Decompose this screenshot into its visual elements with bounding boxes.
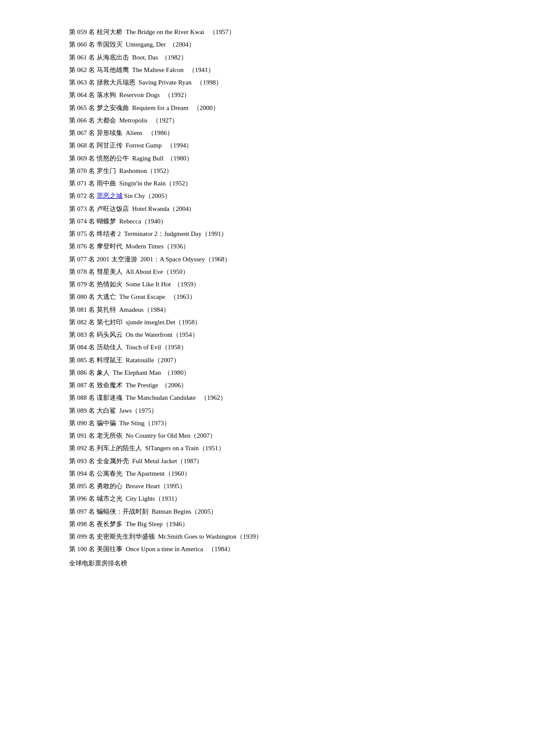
list-item: 第 093 名 全金属外壳 Full Metal Jacket（1987） (69, 455, 466, 467)
footer-text: 全球电影票房排名榜 (69, 559, 466, 568)
list-item: 第 067 名 异形续集 Aliens （1986） (69, 127, 466, 139)
list-item: 第 091 名 老无所依 No Country for Old Men（2007… (69, 430, 466, 442)
list-item: 第 083 名 码头风云 On the Waterfront（1954） (69, 329, 466, 341)
list-item: 第 065 名 梦之安魂曲 Requiem for a Dream （2000） (69, 102, 466, 114)
list-item: 第 062 名 马耳他雄鹰 The Maltese Falcon （1941） (69, 64, 466, 76)
list-item: 第 075 名 终结者 2 Terminator 2：Judgment Day（… (69, 228, 466, 240)
list-item: 第 097 名 蝙蝠侠：开战时刻 Batman Begins（2005） (69, 505, 466, 518)
list-item: 第 095 名 勇敢的心 Breave Heart（1995） (69, 480, 466, 492)
list-item: 第 090 名 骗中骗 The Sting（1973） (69, 417, 466, 430)
list-item: 第 071 名 雨中曲 Singin'in the Rain（1952） (69, 177, 466, 190)
list-item: 第 081 名 莫扎特 Amadeus（1984） (69, 304, 466, 316)
list-item: 第 096 名 城市之光 City Lights（1931） (69, 492, 466, 505)
list-item: 第 072 名 罪恶之城 Sin Chy（2005） (69, 190, 466, 202)
list-item: 第 078 名 彗星美人 All About Eve（1950） (69, 266, 466, 278)
list-item: 第 088 名 谍影迷魂 The Manchudan Candidate （19… (69, 392, 466, 404)
list-item: 第 100 名 美国往事 Once Upon a time in America… (69, 543, 466, 555)
list-item: 第 073 名 卢旺达饭店 Hotel Rwanda（2004） (69, 203, 466, 215)
movie-list: 第 059 名 桂河大桥 The Bridge on the River Kwa… (69, 26, 466, 556)
list-item: 第 064 名 落水狗 Reservoir Dogs （1992） (69, 89, 466, 101)
list-item: 第 099 名 史密斯先生到华盛顿 Mr.Smith Goes to Washi… (69, 530, 466, 543)
list-item: 第 060 名 帝国毁灭 Untergang, Der （2004） (69, 38, 466, 51)
list-item: 第 077 名 2001 太空漫游 2001：A Space Odyssey（1… (69, 253, 466, 266)
list-item: 第 059 名 桂河大桥 The Bridge on the River Kwa… (69, 26, 466, 38)
list-item: 第 089 名 大白鲨 Jaws（1975） (69, 405, 466, 417)
list-item: 第 076 名 摩登时代 Modern Times（1936） (69, 240, 466, 253)
list-item: 第 092 名 列车上的陌生人 SlTangers on a Train（195… (69, 442, 466, 455)
list-item: 第 066 名 大都会 Metropolis （1927） (69, 114, 466, 127)
list-item: 第 074 名 蝴蝶梦 Rebecca（1940） (69, 215, 466, 228)
list-item: 第 098 名 夜长梦多 The Big Sleep（1946） (69, 518, 466, 530)
movie-link[interactable]: 罪恶之城 (97, 192, 123, 199)
list-item: 第 061 名 从海底出击 Boot, Das （1982） (69, 51, 466, 64)
list-item: 第 094 名 公寓春光 The Apartment（1960） (69, 467, 466, 480)
list-item: 第 079 名 热情如火 Some Like It Hot （1959） (69, 278, 466, 291)
list-item: 第 085 名 料理鼠王 Ratatouille（2007） (69, 354, 466, 367)
list-item: 第 087 名 致命魔术 The Prestige （2006） (69, 379, 466, 392)
list-item: 第 082 名 第七封印 sjunde inseglet.Det（1958） (69, 316, 466, 329)
list-item: 第 068 名 阿甘正传 Forrest Gump （1994） (69, 139, 466, 152)
list-item: 第 080 名 大逃亡 The Great Escape （1963） (69, 291, 466, 303)
list-item: 第 070 名 罗生门 Rashomon（1952） (69, 165, 466, 177)
list-item: 第 069 名 愤怒的公牛 Raging Bull （1980） (69, 152, 466, 165)
list-item: 第 084 名 历劫佳人 Touch of Evil（1958） (69, 341, 466, 354)
list-item: 第 063 名 拯救大兵瑞恩 Saving Private Ryan （1998… (69, 76, 466, 89)
list-item: 第 086 名 象人 The Elephant Man （1980） (69, 367, 466, 379)
